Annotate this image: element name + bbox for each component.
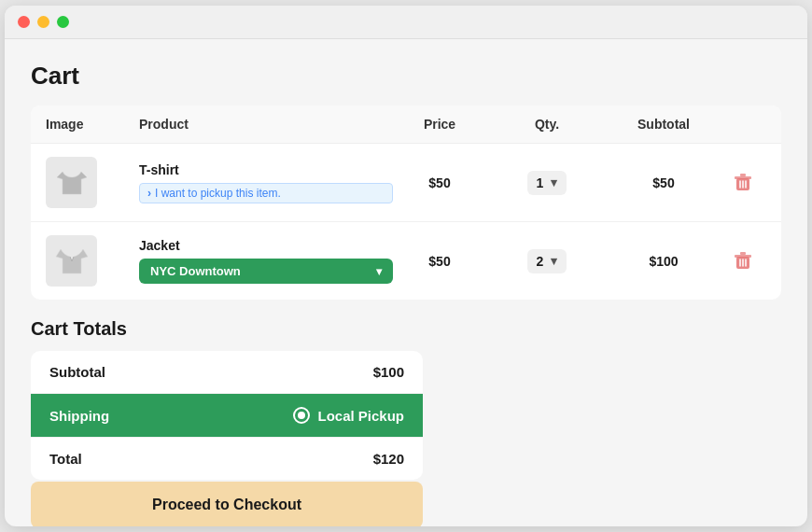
trash-icon — [735, 174, 751, 192]
product-name-jacket: Jacket — [139, 238, 393, 253]
page-title: Cart — [31, 62, 781, 91]
shipping-label: Shipping — [49, 408, 109, 424]
col-actions — [720, 117, 766, 132]
qty-control-tshirt[interactable]: 1 ▾ — [527, 171, 567, 195]
shipping-row: Shipping Local Pickup — [31, 394, 423, 438]
shipping-method: Local Pickup — [317, 408, 404, 424]
minimize-dot[interactable] — [37, 16, 49, 28]
price-jacket: $50 — [393, 254, 486, 269]
table-header: Image Product Price Qty. Subtotal — [31, 105, 781, 144]
product-image-jacket — [46, 235, 97, 287]
subtotal-label: Subtotal — [49, 364, 105, 380]
pickup-badge-tshirt[interactable]: I want to pickup this item. — [139, 183, 393, 203]
product-info-jacket: Jacket NYC Downtown ▾ — [139, 238, 393, 284]
col-subtotal: Subtotal — [608, 117, 720, 132]
dropdown-chevron-icon: ▾ — [376, 265, 382, 278]
cart-totals-section: Cart Totals Subtotal $100 Shipping Local… — [31, 318, 781, 526]
shipping-value: Local Pickup — [293, 407, 404, 424]
radio-icon — [293, 407, 310, 424]
qty-control-jacket[interactable]: 2 ▾ — [527, 249, 567, 273]
checkout-button-label: Proceed to Checkout — [152, 497, 301, 513]
total-label: Total — [49, 451, 82, 467]
price-tshirt: $50 — [393, 175, 486, 190]
svg-rect-1 — [735, 176, 751, 179]
trash-icon — [735, 252, 751, 271]
jacket-icon — [55, 245, 89, 278]
table-row: Jacket NYC Downtown ▾ $50 2 ▾ $100 — [31, 222, 781, 300]
svg-rect-2 — [740, 174, 746, 176]
qty-chevron-jacket: ▾ — [551, 254, 557, 268]
svg-rect-8 — [740, 252, 746, 255]
titlebar — [5, 6, 807, 39]
product-image-tshirt — [46, 157, 97, 208]
qty-chevron-tshirt: ▾ — [551, 175, 557, 189]
subtotal-row: Subtotal $100 — [31, 351, 423, 394]
total-value: $120 — [373, 451, 404, 467]
fullscreen-dot[interactable] — [57, 16, 69, 28]
subtotal-jacket: $100 — [608, 254, 720, 269]
product-name-tshirt: T-shirt — [139, 162, 393, 177]
page-content: Cart Image Product Price Qty. Subtotal — [5, 39, 807, 526]
qty-cell-tshirt: 1 ▾ — [486, 171, 608, 195]
totals-table: Subtotal $100 Shipping Local Pickup Tota… — [31, 351, 423, 480]
delete-tshirt-button[interactable] — [720, 174, 766, 192]
svg-rect-7 — [735, 255, 751, 258]
checkout-button[interactable]: Proceed to Checkout — [31, 482, 423, 526]
col-price: Price — [393, 117, 486, 132]
cart-table: Image Product Price Qty. Subtotal T-shir… — [31, 105, 781, 300]
delete-jacket-button[interactable] — [720, 252, 766, 271]
cart-totals-title: Cart Totals — [31, 318, 781, 340]
close-dot[interactable] — [18, 16, 30, 28]
col-image: Image — [46, 117, 139, 132]
col-qty: Qty. — [486, 117, 608, 132]
col-product: Product — [139, 117, 393, 132]
app-window: Cart Image Product Price Qty. Subtotal — [5, 6, 807, 526]
subtotal-value: $100 — [373, 364, 404, 380]
qty-cell-jacket: 2 ▾ — [486, 249, 608, 273]
qty-value-tshirt: 1 — [537, 175, 544, 190]
tshirt-icon — [55, 166, 89, 200]
location-value-jacket: NYC Downtown — [150, 264, 241, 278]
product-info-tshirt: T-shirt I want to pickup this item. — [139, 162, 393, 203]
table-row: T-shirt I want to pickup this item. $50 … — [31, 144, 781, 222]
total-row: Total $120 — [31, 438, 423, 480]
radio-inner — [298, 412, 305, 419]
subtotal-tshirt: $50 — [608, 175, 720, 190]
qty-value-jacket: 2 — [537, 254, 544, 269]
location-dropdown-jacket[interactable]: NYC Downtown ▾ — [139, 259, 393, 284]
